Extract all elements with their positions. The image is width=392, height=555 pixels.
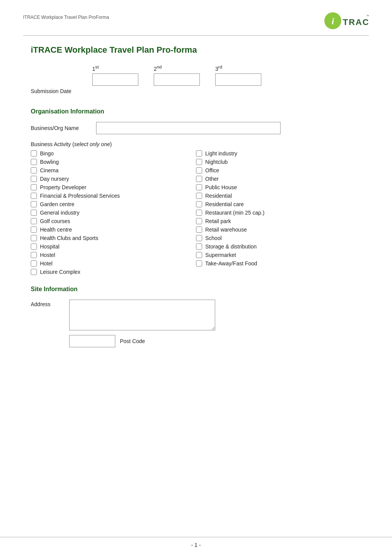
activity-checkbox[interactable] <box>196 176 202 182</box>
list-item: Bingo <box>31 150 196 157</box>
main-title: iTRACE Workplace Travel Plan Pro-forma <box>31 45 361 55</box>
business-name-input[interactable] <box>96 122 281 134</box>
checkbox-col-left: BingoBowlingCinemaDay nurseryProperty De… <box>31 150 196 275</box>
activity-checkbox[interactable] <box>196 201 202 207</box>
activity-checkbox[interactable] <box>31 218 37 224</box>
activity-checkbox[interactable] <box>31 243 37 250</box>
activity-label-text: Health centre <box>40 227 72 233</box>
checkbox-col-right: Light industryNightclubOfficeOtherPublic… <box>196 150 361 275</box>
site-section-heading: Site Information <box>31 286 361 293</box>
activity-label-text: Storage & distribution <box>205 243 257 250</box>
submission-col-2: 2nd <box>154 64 200 86</box>
list-item: Health centre <box>31 227 196 233</box>
submission-col-3: 3rd <box>215 64 261 86</box>
activity-checkbox[interactable] <box>31 201 37 207</box>
submission-area: 1st 2nd 3rd Submissio <box>31 64 361 94</box>
activity-checkbox[interactable] <box>31 269 37 275</box>
activity-checkbox[interactable] <box>196 167 202 173</box>
activity-label-text: Leisure Complex <box>40 269 80 275</box>
list-item: Property Developer <box>31 184 196 190</box>
activity-label-text: Hotel <box>40 260 53 267</box>
activity-label-text: Restaurant (min 25 cap.) <box>205 210 264 216</box>
checkbox-columns: BingoBowlingCinemaDay nurseryProperty De… <box>31 150 361 275</box>
postcode-input[interactable] <box>69 335 115 347</box>
activity-checkbox[interactable] <box>196 159 202 165</box>
address-label: Address <box>31 301 69 307</box>
activity-checkbox[interactable] <box>196 260 202 267</box>
activity-checkbox[interactable] <box>31 227 37 233</box>
svg-text:TRACE: TRACE <box>343 17 369 27</box>
site-section: Site Information Address Post Code <box>31 286 361 347</box>
list-item: Bowling <box>31 159 196 165</box>
activity-label-text: Hospital <box>40 243 60 250</box>
activity-checkbox[interactable] <box>31 150 37 157</box>
activity-checkbox[interactable] <box>196 150 202 157</box>
activity-checkbox[interactable] <box>196 184 202 190</box>
list-item: Residential care <box>196 201 361 207</box>
page: ITRACE Workplace Travel Plan ProForma i … <box>0 0 392 555</box>
activity-label-text: Hostel <box>40 252 55 258</box>
postcode-label: Post Code <box>120 338 145 344</box>
business-name-row: Business/Org Name <box>31 122 361 134</box>
activity-checkbox[interactable] <box>31 193 37 199</box>
activity-checkbox[interactable] <box>31 184 37 190</box>
submission-input-2[interactable] <box>154 73 200 86</box>
submission-input-3[interactable] <box>215 73 261 86</box>
main-content: iTRACE Workplace Travel Plan Pro-forma 1… <box>0 36 392 373</box>
activity-label-text: Nightclub <box>205 159 228 165</box>
svg-text:i: i <box>332 16 334 26</box>
activity-checkbox[interactable] <box>31 252 37 258</box>
submission-label-3: 3rd <box>215 64 222 72</box>
list-item: Storage & distribution <box>196 243 361 250</box>
logo-box: i TRACE ™ <box>323 11 369 31</box>
list-item: Supermarket <box>196 252 361 258</box>
list-item: Retail warehouse <box>196 227 361 233</box>
activity-checkbox[interactable] <box>31 210 37 216</box>
postcode-row: Post Code <box>69 335 361 347</box>
activity-label-text: Garden centre <box>40 201 75 207</box>
activity-label-text: Other <box>205 176 219 182</box>
activity-label-text: General industry <box>40 210 80 216</box>
submission-input-1[interactable] <box>92 73 138 86</box>
list-item: Leisure Complex <box>31 269 196 275</box>
activity-checkbox[interactable] <box>31 235 37 241</box>
submission-labels-row: 1st 2nd 3rd <box>92 64 361 86</box>
svg-text:™: ™ <box>366 14 369 18</box>
submission-col-1: 1st <box>92 64 138 86</box>
activity-checkbox[interactable] <box>196 210 202 216</box>
activity-label-text: Bingo <box>40 150 54 157</box>
activity-label-text: Supermarket <box>205 252 236 258</box>
list-item: Nightclub <box>196 159 361 165</box>
list-item: Residential <box>196 193 361 199</box>
activity-checkbox[interactable] <box>196 218 202 224</box>
submission-date-row: Submission Date <box>31 88 361 94</box>
business-name-label: Business/Org Name <box>31 125 96 131</box>
submission-date-label: Submission Date <box>31 88 71 94</box>
activity-checkbox[interactable] <box>31 167 37 173</box>
list-item: Cinema <box>31 167 196 173</box>
activity-label-row: Business Activity (select only one) <box>31 141 361 147</box>
activity-checkbox[interactable] <box>31 176 37 182</box>
list-item: School <box>196 235 361 241</box>
address-input[interactable] <box>69 300 215 330</box>
list-item: Public House <box>196 184 361 190</box>
list-item: Hospital <box>31 243 196 250</box>
activity-checkbox[interactable] <box>196 193 202 199</box>
activity-checkbox[interactable] <box>31 260 37 267</box>
list-item: Garden centre <box>31 201 196 207</box>
activity-checkbox[interactable] <box>196 243 202 250</box>
activity-label-text: Financial & Professional Services <box>40 193 120 199</box>
activity-label-text: Day nursery <box>40 176 69 182</box>
activity-label-text: School <box>205 235 222 241</box>
activity-checkbox[interactable] <box>196 252 202 258</box>
activity-checkbox[interactable] <box>31 159 37 165</box>
list-item: Health Clubs and Sports <box>31 235 196 241</box>
logo-area: i TRACE ™ <box>323 11 369 31</box>
activity-checkbox[interactable] <box>196 235 202 241</box>
activity-checkbox[interactable] <box>196 227 202 233</box>
list-item: Financial & Professional Services <box>31 193 196 199</box>
list-item: Take-Away/Fast Food <box>196 260 361 267</box>
activity-label-text: Residential care <box>205 201 244 207</box>
list-item: Office <box>196 167 361 173</box>
submission-label-1: 1st <box>92 64 99 72</box>
